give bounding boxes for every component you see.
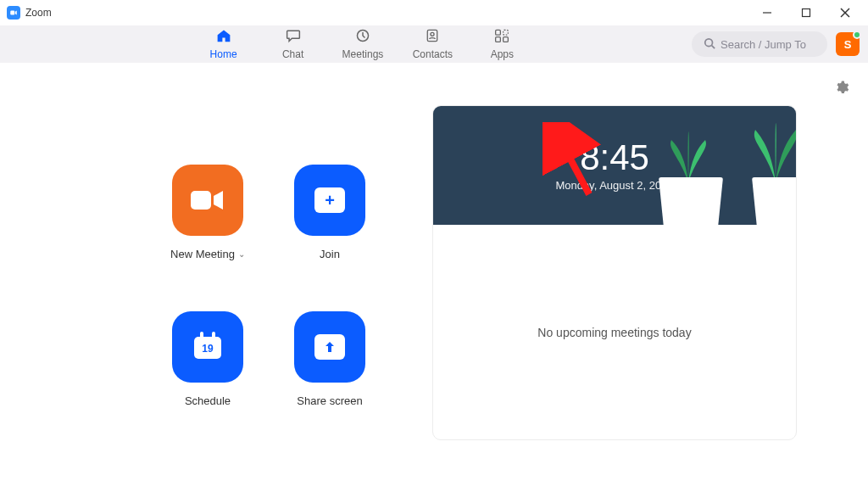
window-maximize[interactable] bbox=[787, 0, 826, 25]
chat-bubble-icon bbox=[285, 28, 302, 47]
svg-point-7 bbox=[431, 32, 434, 36]
pot-decoration bbox=[659, 177, 723, 225]
clock-time: 8:45 bbox=[580, 140, 649, 176]
tab-label: Contacts bbox=[413, 48, 453, 60]
svg-rect-0 bbox=[10, 11, 14, 15]
action-grid: New Meeting ⌄ + Join 19 Schedule bbox=[148, 165, 389, 407]
home-icon bbox=[215, 28, 232, 47]
clock-date: Monday, August 2, 2021 bbox=[555, 179, 673, 192]
toolbar: Home Chat Meetings Contacts Apps Search … bbox=[0, 25, 868, 63]
svg-rect-10 bbox=[504, 37, 509, 42]
action-label: Join bbox=[320, 248, 340, 260]
window-title: Zoom bbox=[25, 7, 52, 19]
tab-label: Apps bbox=[491, 48, 514, 60]
app-icon bbox=[7, 6, 20, 20]
tab-contacts[interactable]: Contacts bbox=[412, 25, 453, 63]
svg-rect-16 bbox=[200, 332, 203, 340]
svg-rect-2 bbox=[803, 9, 810, 17]
share-screen-button[interactable]: Share screen bbox=[270, 311, 389, 407]
window-close[interactable] bbox=[826, 0, 865, 25]
tab-label: Home bbox=[210, 48, 237, 60]
main: New Meeting ⌄ + Join 19 Schedule bbox=[0, 63, 868, 492]
calendar-icon: 19 bbox=[172, 311, 243, 383]
tab-apps[interactable]: Apps bbox=[481, 25, 522, 63]
contacts-icon bbox=[424, 28, 441, 47]
tab-label: Meetings bbox=[342, 48, 384, 60]
share-icon bbox=[294, 311, 365, 383]
card-body: No upcoming meetings today bbox=[433, 225, 796, 439]
svg-rect-17 bbox=[212, 332, 215, 340]
presence-indicator bbox=[853, 31, 861, 39]
svg-point-12 bbox=[705, 38, 713, 46]
upcoming-card: 8:45 Monday, August 2, 2021 No upcoming … bbox=[432, 105, 797, 440]
tab-chat[interactable]: Chat bbox=[273, 25, 314, 63]
video-icon bbox=[172, 165, 243, 236]
gear-icon bbox=[834, 83, 849, 98]
settings-button[interactable] bbox=[834, 80, 849, 95]
svg-text:19: 19 bbox=[202, 343, 214, 355]
tab-label: Chat bbox=[282, 48, 303, 60]
chevron-down-icon: ⌄ bbox=[238, 249, 245, 259]
search-input[interactable]: Search / Jump To bbox=[692, 31, 827, 57]
search-placeholder: Search / Jump To bbox=[721, 38, 806, 51]
svg-rect-14 bbox=[191, 191, 211, 210]
clock-icon bbox=[354, 28, 371, 47]
plant-decoration bbox=[750, 123, 796, 182]
join-button[interactable]: + Join bbox=[270, 165, 389, 260]
apps-icon bbox=[493, 28, 510, 47]
tab-meetings[interactable]: Meetings bbox=[342, 25, 384, 63]
pot-decoration bbox=[752, 177, 796, 225]
svg-line-13 bbox=[712, 45, 715, 48]
avatar-initial: S bbox=[844, 38, 852, 51]
search-icon bbox=[704, 37, 715, 52]
action-label: Share screen bbox=[297, 394, 362, 407]
svg-rect-9 bbox=[496, 37, 501, 42]
action-label: Schedule bbox=[185, 394, 231, 407]
title-bar: Zoom bbox=[0, 0, 868, 25]
plus-icon: + bbox=[294, 165, 365, 236]
plant-decoration bbox=[667, 131, 709, 182]
empty-state-text: No upcoming meetings today bbox=[537, 326, 691, 339]
tab-home[interactable]: Home bbox=[203, 25, 244, 63]
new-meeting-button[interactable]: New Meeting ⌄ bbox=[148, 165, 267, 260]
action-label: New Meeting bbox=[170, 248, 235, 260]
svg-rect-11 bbox=[504, 30, 509, 35]
avatar[interactable]: S bbox=[836, 32, 860, 56]
main-nav: Home Chat Meetings Contacts Apps bbox=[203, 25, 523, 63]
schedule-button[interactable]: 19 Schedule bbox=[148, 311, 267, 407]
svg-rect-8 bbox=[496, 30, 501, 35]
window-minimize[interactable] bbox=[748, 0, 787, 25]
card-hero: 8:45 Monday, August 2, 2021 bbox=[433, 106, 796, 225]
